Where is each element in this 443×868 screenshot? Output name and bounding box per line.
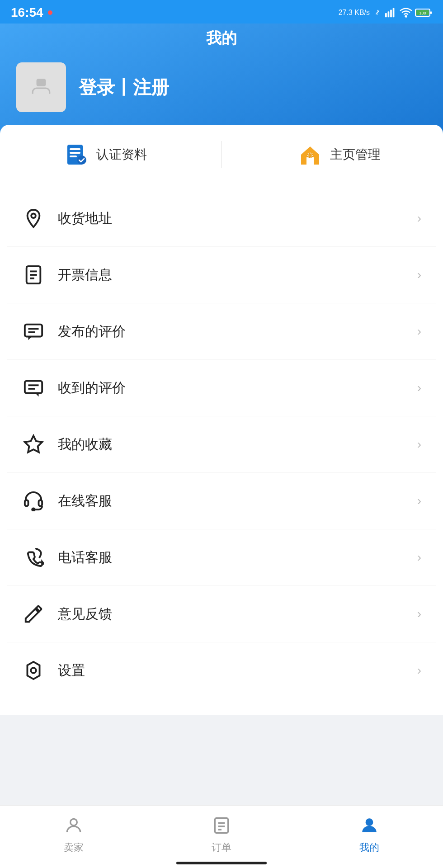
svg-point-4 bbox=[405, 16, 407, 17]
svg-rect-1 bbox=[388, 11, 390, 17]
location-icon bbox=[22, 207, 45, 230]
status-dot bbox=[48, 10, 52, 15]
header-section: 我的 登录丨注册 bbox=[0, 24, 443, 139]
svg-text:100: 100 bbox=[419, 11, 426, 15]
user-info-row: 登录丨注册 bbox=[16, 62, 427, 112]
headset-icon bbox=[22, 489, 45, 513]
mine-icon bbox=[358, 814, 381, 837]
svg-rect-30 bbox=[39, 500, 42, 506]
sent-review-label: 发布的评价 bbox=[58, 322, 417, 341]
menu-item-feedback[interactable]: 意见反馈 › bbox=[7, 586, 436, 642]
document-check-icon bbox=[64, 142, 89, 167]
auth-label: 认证资料 bbox=[96, 146, 147, 163]
seller-nav-label: 卖家 bbox=[64, 841, 84, 854]
comment-send-icon bbox=[22, 320, 45, 343]
svg-point-16 bbox=[309, 154, 311, 157]
svg-rect-22 bbox=[25, 325, 42, 337]
receipt-icon bbox=[22, 263, 45, 287]
chevron-right-icon: › bbox=[417, 211, 421, 226]
menu-item-invoice[interactable]: 开票信息 › bbox=[7, 247, 436, 303]
menu-item-sent-review[interactable]: 发布的评价 › bbox=[7, 303, 436, 360]
menu-item-recv-review[interactable]: 收到的评价 › bbox=[7, 360, 436, 416]
menu-item-phone-cs[interactable]: 电话客服 › bbox=[7, 529, 436, 586]
svg-rect-7 bbox=[430, 11, 432, 14]
nav-item-seller[interactable]: 卖家 bbox=[47, 814, 101, 854]
recv-review-label: 收到的评价 bbox=[58, 379, 417, 397]
svg-point-34 bbox=[31, 668, 36, 673]
page-title: 我的 bbox=[16, 28, 427, 49]
svg-rect-2 bbox=[390, 10, 392, 18]
svg-rect-29 bbox=[25, 500, 28, 506]
feedback-label: 意见反馈 bbox=[58, 605, 417, 623]
bottom-nav: 卖家 订单 我的 bbox=[0, 805, 443, 868]
svg-marker-33 bbox=[27, 662, 39, 679]
invoice-label: 开票信息 bbox=[58, 266, 417, 284]
wifi-icon bbox=[400, 8, 412, 18]
chevron-right-icon: › bbox=[417, 324, 421, 339]
menu-item-favorites[interactable]: 我的收藏 › bbox=[7, 416, 436, 473]
avatar[interactable] bbox=[16, 62, 66, 112]
speed-indicator: 27.3 KB/s bbox=[339, 9, 370, 17]
svg-marker-28 bbox=[25, 436, 42, 452]
hexagon-settings-icon bbox=[22, 659, 45, 682]
phone-cs-label: 电话客服 bbox=[58, 548, 417, 567]
status-bar: 16:54 27.3 KB/s 100 bbox=[0, 0, 443, 24]
svg-rect-12 bbox=[70, 152, 80, 154]
chevron-right-icon: › bbox=[417, 550, 421, 565]
menu-section: 收货地址 › 开票信息 › bbox=[7, 190, 436, 698]
home-gear-icon bbox=[297, 142, 323, 167]
favorites-label: 我的收藏 bbox=[58, 435, 417, 454]
svg-rect-0 bbox=[385, 13, 387, 17]
signal-icon bbox=[385, 8, 397, 18]
mine-nav-label: 我的 bbox=[359, 841, 379, 854]
online-cs-label: 在线客服 bbox=[58, 492, 417, 510]
svg-point-40 bbox=[366, 819, 372, 826]
chevron-right-icon: › bbox=[417, 381, 421, 395]
menu-item-address[interactable]: 收货地址 › bbox=[7, 190, 436, 247]
actions-divider bbox=[222, 141, 222, 168]
quick-action-home[interactable]: 主页管理 bbox=[297, 141, 381, 168]
comment-recv-icon bbox=[22, 376, 45, 400]
menu-item-settings[interactable]: 设置 › bbox=[7, 642, 436, 698]
battery-icon: 100 bbox=[415, 8, 432, 18]
quick-actions-row: 认证资料 主页管理 bbox=[7, 125, 436, 181]
chevron-right-icon: › bbox=[417, 268, 421, 282]
chevron-right-icon: › bbox=[417, 607, 421, 621]
chevron-right-icon: › bbox=[417, 437, 421, 452]
home-icon bbox=[297, 141, 324, 168]
svg-point-31 bbox=[32, 508, 35, 511]
nav-item-orders[interactable]: 订单 bbox=[194, 814, 249, 854]
phone-icon bbox=[22, 546, 45, 569]
menu-item-online-cs[interactable]: 在线客服 › bbox=[7, 473, 436, 529]
home-indicator bbox=[176, 862, 267, 864]
home-label: 主页管理 bbox=[330, 146, 381, 163]
star-icon bbox=[22, 433, 45, 456]
chevron-right-icon: › bbox=[417, 663, 421, 678]
auth-icon bbox=[63, 141, 90, 168]
address-label: 收货地址 bbox=[58, 209, 417, 228]
seller-icon bbox=[62, 814, 85, 837]
orders-nav-label: 订单 bbox=[212, 841, 231, 854]
main-content: 认证资料 主页管理 bbox=[0, 125, 443, 715]
svg-point-35 bbox=[71, 819, 77, 826]
svg-rect-9 bbox=[37, 79, 46, 86]
svg-rect-13 bbox=[70, 156, 77, 157]
orders-icon bbox=[210, 814, 233, 837]
svg-rect-11 bbox=[70, 148, 80, 150]
avatar-placeholder-icon bbox=[30, 76, 52, 99]
login-register-label[interactable]: 登录丨注册 bbox=[79, 75, 169, 100]
settings-label: 设置 bbox=[58, 661, 417, 680]
chevron-right-icon: › bbox=[417, 494, 421, 508]
spacer bbox=[0, 715, 443, 805]
svg-rect-3 bbox=[393, 8, 395, 17]
bluetooth-icon bbox=[372, 8, 382, 18]
svg-rect-25 bbox=[25, 381, 42, 393]
svg-rect-36 bbox=[215, 818, 228, 833]
quick-action-auth[interactable]: 认证资料 bbox=[63, 141, 147, 168]
status-icons: 27.3 KB/s 100 bbox=[339, 8, 432, 18]
svg-point-17 bbox=[31, 213, 36, 218]
pencil-icon bbox=[22, 602, 45, 626]
status-time: 16:54 bbox=[11, 5, 43, 20]
nav-item-mine[interactable]: 我的 bbox=[342, 814, 396, 854]
